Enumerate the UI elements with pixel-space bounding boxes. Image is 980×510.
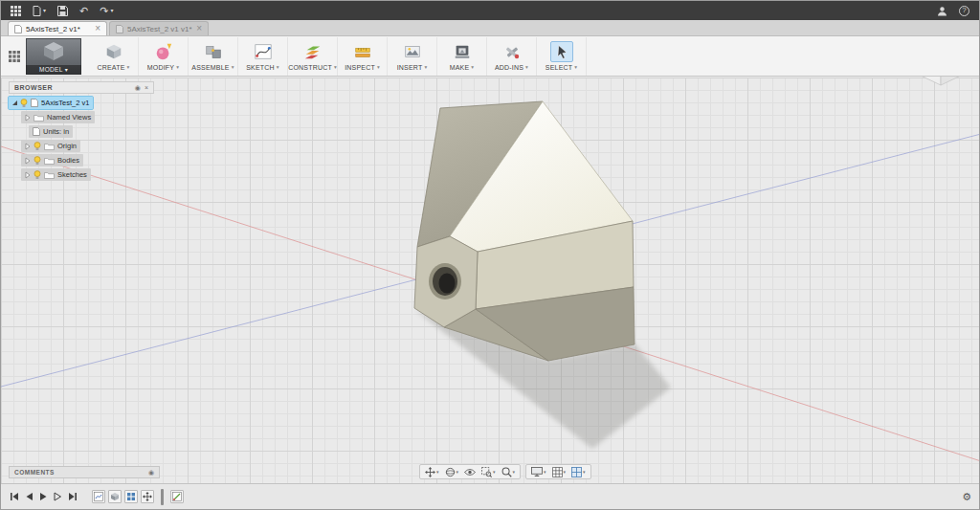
tab-label: 5AxisTest_2 v1* — [26, 25, 80, 33]
browser-close-icon[interactable]: × — [145, 84, 148, 91]
menu-label: ADD-INS▾ — [495, 64, 528, 71]
browser-header[interactable]: BROWSER ◉ × — [9, 81, 154, 94]
browser-item-bodies[interactable]: Bodies — [21, 154, 83, 166]
orbit-icon — [445, 467, 456, 477]
browser-root-item[interactable]: 5AxisTest_2 v1 — [9, 97, 93, 109]
data-panel-toggle[interactable] — [5, 38, 24, 75]
redo-button[interactable]: ↷ ▾ — [100, 1, 113, 20]
orbit-button[interactable]: ▾ — [442, 465, 462, 478]
play-button[interactable] — [38, 492, 49, 501]
skip-to-start-button[interactable] — [9, 492, 20, 501]
comments-bar[interactable]: COMMENTS ◉ — [9, 466, 160, 478]
titlebar-right-group: ? — [937, 1, 969, 20]
menu-modify[interactable]: MODIFY▾ — [139, 37, 189, 76]
model-hole-bore — [439, 274, 456, 294]
browser-item-origin[interactable]: Origin — [21, 140, 80, 152]
timeline-feature-track — [92, 489, 184, 505]
tab-close-icon[interactable]: × — [95, 24, 100, 33]
modify-icon — [152, 41, 175, 62]
nav-group-display: ▾ ▾ ▾ — [525, 464, 591, 479]
menu-make[interactable]: MAKE▾ — [437, 37, 487, 76]
data-panel-grid-icon — [9, 51, 20, 62]
menu-create[interactable]: CREATE▾ — [89, 37, 139, 76]
undo-button[interactable]: ↶ — [79, 1, 88, 20]
browser-item-units[interactable]: Units: in — [29, 125, 73, 138]
visibility-bulb-icon[interactable] — [33, 170, 41, 180]
timeline-position-marker[interactable] — [161, 489, 164, 505]
browser-record-icon[interactable]: ◉ — [135, 84, 141, 91]
insert-icon — [401, 41, 424, 62]
menu-assemble[interactable]: ASSEMBLE▾ — [189, 37, 238, 76]
visibility-bulb-icon[interactable] — [20, 99, 28, 108]
user-account-button[interactable] — [937, 1, 947, 20]
expand-open-icon[interactable] — [12, 100, 17, 105]
document-tab-inactive[interactable]: 5AxisTest_2 v1 v1* × — [109, 21, 209, 35]
visibility-bulb-icon[interactable] — [33, 156, 41, 166]
sketch-icon — [252, 41, 275, 62]
zoom-button[interactable]: ▾ — [499, 465, 519, 478]
menu-caret-icon: ▾ — [277, 65, 279, 71]
app-grid-icon — [11, 6, 21, 16]
save-button[interactable] — [57, 1, 68, 20]
comments-record-icon[interactable]: ◉ — [148, 469, 154, 476]
menu-caret-icon: ▾ — [471, 65, 474, 71]
browser-item-sketches[interactable]: Sketches — [21, 168, 91, 181]
browser-tree: 5AxisTest_2 v1 Named Views Units: in — [9, 97, 154, 181]
timeline-feature-sketch-1[interactable] — [92, 490, 105, 503]
visibility-bulb-icon[interactable] — [33, 142, 41, 151]
display-settings-icon — [531, 467, 543, 477]
workspace-label: MODEL ▾ — [26, 65, 81, 75]
tab-close-icon[interactable]: × — [196, 24, 202, 33]
menu-sketch[interactable]: SKETCH▾ — [238, 37, 288, 76]
display-settings-button[interactable]: ▾ — [528, 465, 549, 478]
step-back-button[interactable] — [24, 492, 34, 501]
menu-addins[interactable]: ADD-INS▾ — [487, 37, 537, 76]
timeline-feature-move[interactable] — [141, 490, 154, 503]
file-menu-caret-icon: ▾ — [43, 8, 46, 13]
look-at-button[interactable] — [461, 465, 479, 478]
menu-insert[interactable]: INSERT▾ — [388, 37, 437, 76]
browser-item-named-views[interactable]: Named Views — [21, 111, 95, 123]
timeline-feature-extrude[interactable] — [108, 490, 122, 503]
menu-inspect[interactable]: INSPECT▾ — [338, 37, 388, 76]
document-tab-active[interactable]: 5AxisTest_2 v1* × — [8, 21, 107, 35]
menu-label: CREATE▾ — [97, 64, 129, 71]
pan-icon — [425, 467, 435, 477]
file-menu-button[interactable]: ▾ — [33, 1, 46, 20]
expand-closed-icon[interactable] — [25, 171, 31, 179]
expand-closed-icon[interactable] — [25, 157, 31, 165]
menu-construct[interactable]: CONSTRUCT▾ — [288, 37, 338, 76]
viewport-canvas[interactable]: BROWSER ◉ × 5AxisTest_2 v1 — [1, 78, 979, 483]
model-face-front-hex — [414, 236, 478, 327]
timeline-feature-sketch-2[interactable] — [170, 490, 184, 503]
timeline-settings-gear-icon[interactable]: ⚙ — [962, 492, 971, 502]
timeline-bar: ⚙ — [1, 483, 979, 509]
comments-label: COMMENTS — [14, 469, 55, 476]
browser-item-label: Bodies — [57, 156, 79, 165]
menu-select[interactable]: SELECT▾ — [537, 37, 587, 76]
step-forward-button[interactable] — [53, 492, 63, 501]
expand-closed-icon[interactable] — [25, 143, 31, 150]
menu-label: INSERT▾ — [397, 64, 428, 71]
model-body[interactable] — [414, 101, 635, 361]
inspect-icon — [351, 41, 374, 62]
axis-line-red — [1, 146, 979, 461]
app-grid-button[interactable] — [11, 1, 21, 20]
menu-label: CONSTRUCT▾ — [288, 64, 337, 71]
help-button[interactable]: ? — [959, 1, 969, 20]
model-face-bottom-left — [444, 309, 548, 361]
pan-button[interactable]: ▾ — [422, 465, 442, 478]
grid-snap-button[interactable]: ▾ — [549, 465, 569, 478]
expand-closed-icon[interactable] — [25, 114, 31, 122]
viewports-button[interactable]: ▾ — [568, 465, 589, 478]
zoom-window-icon — [481, 467, 492, 477]
menu-label: ASSEMBLE▾ — [191, 64, 234, 71]
zoom-window-button[interactable]: ▾ — [479, 465, 499, 478]
browser-item-label: Units: in — [43, 127, 69, 136]
navigation-toolbar: ▾ ▾ — [419, 464, 591, 479]
timeline-feature-pattern[interactable] — [124, 490, 138, 503]
workspace-selector[interactable]: MODEL ▾ — [26, 38, 81, 75]
folder-icon — [44, 171, 55, 179]
skip-to-end-button[interactable] — [67, 492, 78, 501]
model-hole-wall — [433, 267, 457, 296]
